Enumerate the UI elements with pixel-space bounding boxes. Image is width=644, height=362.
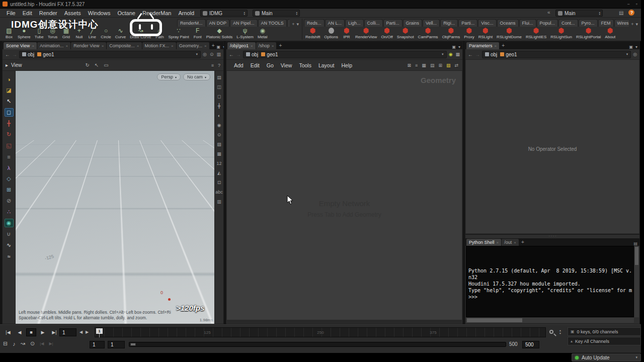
- shelf-tab[interactable]: Colli...: [364, 19, 383, 27]
- timeline-ruler[interactable]: 125250375 1: [95, 327, 546, 337]
- menu-item[interactable]: Arnold: [175, 10, 198, 16]
- help-icon[interactable]: ?: [628, 10, 634, 16]
- menu-item[interactable]: Assets: [61, 10, 85, 16]
- material-display-icon[interactable]: ▨: [217, 142, 221, 147]
- grid-toggle-icon[interactable]: ▥: [217, 199, 221, 204]
- python-console[interactable]: Python 2.7.15 (default, Apr 8 2019, 15:3…: [466, 246, 634, 317]
- shelf-tool-button[interactable]: Options: [323, 27, 340, 41]
- path-field[interactable]: obj geo1 ▾: [243, 51, 447, 58]
- display-options-icon[interactable]: ≡: [211, 63, 214, 68]
- spinner-icon[interactable]: ▴▾: [244, 11, 245, 15]
- pane-tab[interactable]: /obj/geo1 ×: [227, 42, 256, 49]
- play-button[interactable]: ▶: [38, 328, 48, 336]
- lock-camera-icon[interactable]: ◻: [217, 94, 221, 99]
- shelf-tool-button[interactable]: ○ Circle: [99, 27, 112, 41]
- shelf-tool-button[interactable]: About: [603, 27, 617, 41]
- shelf-tab[interactable]: Reds...: [304, 19, 325, 27]
- global-range-end-field[interactable]: 500: [522, 341, 539, 348]
- spinner-icon[interactable]: ▴▾: [599, 11, 600, 15]
- playbar-display-icon[interactable]: ⊟: [3, 340, 8, 347]
- close-icon[interactable]: ×: [497, 240, 499, 245]
- shelf-tool-button[interactable]: F Font: [192, 27, 204, 41]
- range-slider-handle[interactable]: [130, 343, 136, 346]
- pane-tab[interactable]: Render View ×: [71, 42, 106, 49]
- auto-update-select[interactable]: Auto Update ▾: [572, 353, 641, 361]
- box-select-tool-icon[interactable]: ◻: [5, 108, 14, 117]
- menu-item[interactable]: Windows: [85, 10, 114, 16]
- secure-selection-icon[interactable]: ◪: [5, 86, 14, 95]
- shelf-set-select[interactable]: IDMG ▴▾: [200, 10, 248, 17]
- sync-lamp-icon[interactable]: ◉: [449, 52, 453, 57]
- add-shelf-tab-icon[interactable]: +: [292, 22, 294, 27]
- shelf-tool-button[interactable]: ψ L-System: [235, 27, 255, 41]
- layout-icon[interactable]: ▤: [217, 75, 221, 80]
- wrench-icon[interactable]: ⊠: [408, 63, 412, 68]
- texture-display-icon[interactable]: ▦: [217, 151, 221, 156]
- close-icon[interactable]: ×: [251, 44, 253, 48]
- network-menu-item[interactable]: Layout: [315, 62, 338, 68]
- pose-tool-icon[interactable]: λ: [5, 163, 14, 172]
- shelf-tool-button[interactable]: Snapshot: [395, 27, 416, 41]
- crosshair-icon[interactable]: ╋: [218, 104, 220, 109]
- network-scroll-strip[interactable]: [227, 320, 462, 323]
- shelf-tab[interactable]: Wires: [614, 19, 629, 27]
- console-horizontal-scrollbar[interactable]: [466, 318, 634, 323]
- pin-icon[interactable]: ◎: [203, 52, 207, 57]
- color-flag-icon[interactable]: ▧: [446, 63, 451, 68]
- shelf-tool-button[interactable]: On/Off: [379, 27, 394, 41]
- display-set-icon[interactable]: ▥: [216, 52, 221, 57]
- path-geo-chip[interactable]: geo1: [500, 52, 517, 57]
- scrollbar-thumb[interactable]: [635, 247, 638, 265]
- back-icon[interactable]: ←: [468, 52, 473, 57]
- view-tool-icon[interactable]: ◑: [5, 75, 14, 83]
- shelf-tab[interactable]: Ligh...: [345, 19, 364, 27]
- shelf-tab[interactable]: Rigi...: [440, 19, 458, 27]
- pane-tab[interactable]: /out ×: [502, 239, 519, 246]
- shelf-tab[interactable]: Flui...: [519, 19, 536, 27]
- close-icon[interactable]: ×: [514, 240, 516, 245]
- playhead-flag[interactable]: 1: [96, 328, 103, 334]
- jump-end-button[interactable]: ▶|: [49, 328, 59, 336]
- path-geo-chip[interactable]: geo1: [37, 52, 54, 57]
- pane-resize-handle[interactable]: · · · ·: [465, 235, 639, 238]
- frame-increment-icon[interactable]: ▶: [86, 330, 89, 334]
- shelf-tab[interactable]: Parti...: [383, 19, 403, 27]
- shelf-tab[interactable]: RenderM...: [177, 19, 206, 27]
- spline-tool-icon[interactable]: ≈: [5, 252, 14, 260]
- shelf-menu-icon[interactable]: ▾: [635, 22, 638, 27]
- curve-tool-icon[interactable]: ∿: [5, 241, 14, 249]
- shelf-tool-button[interactable]: ObjParms: [441, 27, 462, 41]
- grid-mode-icon[interactable]: ▦: [422, 63, 426, 68]
- close-icon[interactable]: ×: [272, 44, 274, 48]
- range-from-flag-icon[interactable]: |◀: [40, 341, 44, 346]
- scale-tool-icon[interactable]: ◱: [5, 141, 14, 150]
- shelf-tool-button[interactable]: RSLightSun: [549, 27, 574, 41]
- add-shelf-tab-icon[interactable]: +: [631, 22, 633, 27]
- shelf-tool-button[interactable]: RSLight: [477, 27, 494, 41]
- pane-maximize-icon[interactable]: ▣: [452, 45, 456, 49]
- pane-menu-icon[interactable]: ▾: [635, 45, 637, 49]
- shelf-tool-button[interactable]: CamParms: [417, 27, 440, 41]
- shelf-tab[interactable]: Pyro...: [579, 19, 598, 27]
- forward-icon[interactable]: →: [236, 52, 241, 57]
- close-icon[interactable]: ×: [204, 44, 207, 48]
- viewport-canvas[interactable]: Persp ▾ No cam ▾ -125 0 Left mouse tumbl…: [16, 71, 214, 324]
- back-icon[interactable]: ←: [5, 52, 10, 57]
- view-mask-icon[interactable]: ◭: [217, 170, 221, 175]
- network-menu-item[interactable]: View: [277, 62, 296, 68]
- shelf-tool-button[interactable]: Redshift: [304, 27, 321, 41]
- new-pane-tab-icon[interactable]: +: [277, 43, 284, 48]
- snap-mode-icon[interactable]: ◉: [5, 219, 14, 227]
- select-cursor-icon[interactable]: ↖: [95, 62, 99, 68]
- range-to-flag-icon[interactable]: ▶|: [49, 341, 53, 346]
- shelf-tab[interactable]: AN L...: [325, 19, 345, 27]
- minimize-icon[interactable]: −: [627, 2, 630, 7]
- close-icon[interactable]: ×: [137, 44, 139, 48]
- spinner-icon[interactable]: ▴▾: [559, 329, 561, 335]
- shelf-tab[interactable]: Parti...: [458, 19, 477, 27]
- translate-tool-icon[interactable]: ╋: [5, 119, 14, 128]
- reverse-play-button[interactable]: ◀: [15, 328, 25, 336]
- forward-icon[interactable]: →: [12, 52, 17, 57]
- magnet-snap-icon[interactable]: ∪: [5, 230, 14, 238]
- joint-tool-icon[interactable]: ⊞: [5, 186, 14, 194]
